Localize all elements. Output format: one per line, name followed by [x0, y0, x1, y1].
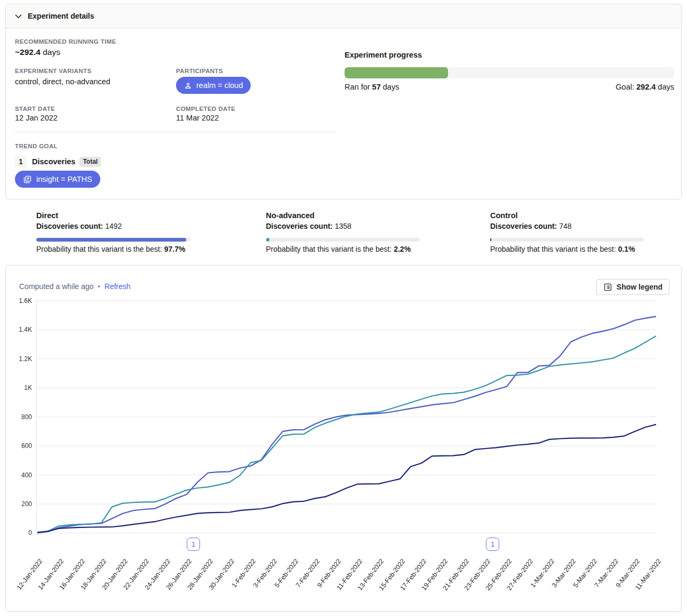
- svg-text:0: 0: [28, 529, 32, 537]
- svg-text:200: 200: [21, 500, 32, 508]
- svg-text:400: 400: [21, 471, 32, 479]
- svg-text:1.2K: 1.2K: [19, 355, 32, 363]
- svg-text:1.4K: 1.4K: [19, 326, 32, 333]
- svg-text:1.6K: 1.6K: [19, 297, 32, 305]
- svg-text:1K: 1K: [24, 384, 32, 391]
- svg-text:600: 600: [21, 442, 32, 450]
- svg-text:800: 800: [21, 413, 32, 421]
